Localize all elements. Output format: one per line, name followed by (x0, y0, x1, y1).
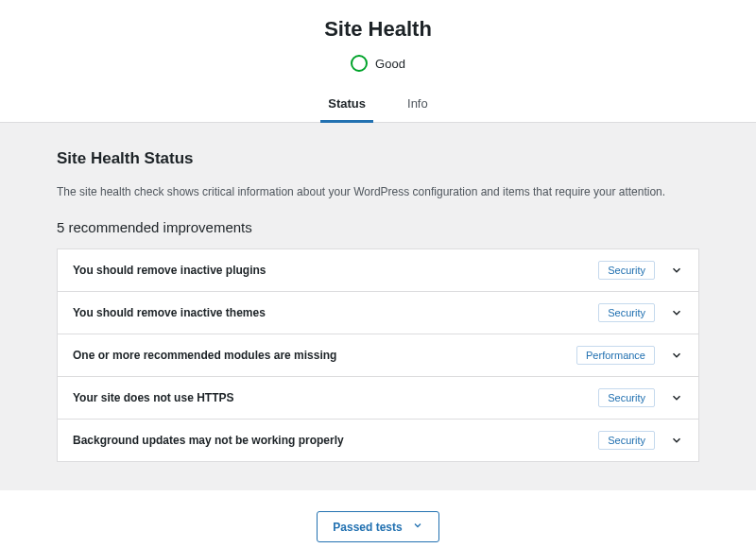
accordion-item[interactable]: You should remove inactive plugins Secur… (58, 249, 698, 292)
accordion-item[interactable]: One or more recommended modules are miss… (58, 334, 698, 377)
chevron-down-icon (670, 349, 683, 362)
tab-label: Info (407, 96, 428, 111)
accordion-title: One or more recommended modules are miss… (73, 349, 576, 362)
accordion-title: You should remove inactive themes (73, 306, 598, 319)
tab-status[interactable]: Status (307, 87, 387, 122)
tabs: Status Info (0, 87, 756, 123)
category-badge: Performance (576, 346, 655, 365)
accordion-title: You should remove inactive plugins (73, 264, 598, 277)
footer: Passed tests (0, 490, 756, 548)
accordion-item[interactable]: Background updates may not be working pr… (58, 420, 698, 461)
tab-info[interactable]: Info (387, 87, 449, 122)
chevron-down-icon (670, 391, 683, 404)
category-badge: Security (598, 303, 655, 322)
status-circle-icon (351, 55, 368, 72)
accordion-title: Background updates may not be working pr… (73, 434, 598, 447)
category-badge: Security (598, 431, 655, 450)
passed-tests-label: Passed tests (333, 521, 402, 534)
body-area: Site Health Status The site health check… (0, 123, 756, 490)
status-label: Good (375, 57, 405, 71)
chevron-down-icon (670, 434, 683, 447)
chevron-down-icon (670, 264, 683, 277)
chevron-down-icon (670, 306, 683, 319)
section-description: The site health check shows critical inf… (57, 185, 699, 198)
category-badge: Security (598, 261, 655, 280)
passed-tests-button[interactable]: Passed tests (317, 511, 438, 542)
accordion-title: Your site does not use HTTPS (73, 391, 598, 404)
section-title: Site Health Status (57, 149, 699, 168)
chevron-down-icon (412, 520, 423, 534)
page-title: Site Health (0, 17, 756, 42)
category-badge: Security (598, 388, 655, 407)
improvements-list: You should remove inactive plugins Secur… (57, 248, 699, 462)
accordion-item[interactable]: Your site does not use HTTPS Security (58, 377, 698, 420)
improvements-heading: 5 recommended improvements (57, 219, 699, 235)
tab-label: Status (328, 96, 366, 111)
health-status-indicator: Good (351, 55, 405, 72)
accordion-item[interactable]: You should remove inactive themes Securi… (58, 292, 698, 334)
header: Site Health Good Status Info (0, 0, 756, 123)
